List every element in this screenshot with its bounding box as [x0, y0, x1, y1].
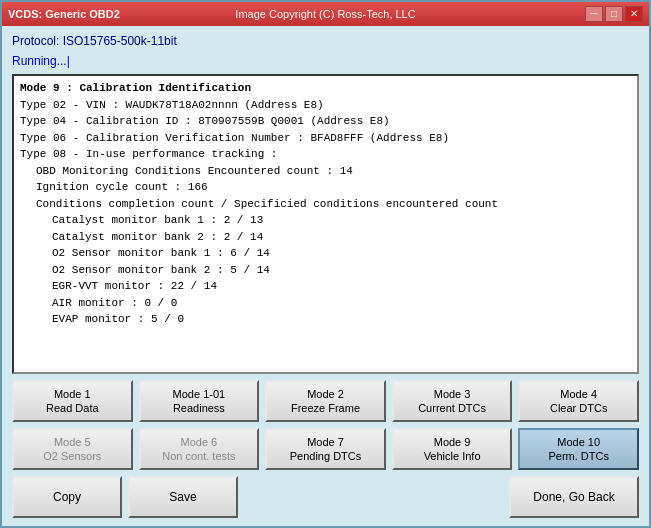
mode-button-mode6: Mode 6Non cont. tests	[139, 428, 260, 470]
main-window: VCDS: Generic OBD2 Image Copyright (C) R…	[0, 0, 651, 528]
output-line: O2 Sensor monitor bank 2 : 5 / 14	[52, 262, 631, 279]
action-left: Copy Save	[12, 476, 238, 518]
maximize-button[interactable]: □	[605, 6, 623, 22]
output-line: Ignition cycle count : 166	[36, 179, 631, 196]
output-line: AIR monitor : 0 / 0	[52, 295, 631, 312]
action-row: Copy Save Done, Go Back	[12, 476, 639, 518]
mode-button-mode1[interactable]: Mode 1Read Data	[12, 380, 133, 422]
output-line: Mode 9 : Calibration Identification	[20, 80, 631, 97]
mode-button-mode10[interactable]: Mode 10Perm. DTCs	[518, 428, 639, 470]
window-controls: ─ □ ✕	[585, 6, 643, 22]
title-bar: VCDS: Generic OBD2 Image Copyright (C) R…	[2, 2, 649, 26]
done-button[interactable]: Done, Go Back	[509, 476, 639, 518]
close-button[interactable]: ✕	[625, 6, 643, 22]
mode-button-mode4[interactable]: Mode 4Clear DTCs	[518, 380, 639, 422]
output-area: Mode 9 : Calibration IdentificationType …	[12, 74, 639, 374]
minimize-button[interactable]: ─	[585, 6, 603, 22]
output-line: O2 Sensor monitor bank 1 : 6 / 14	[52, 245, 631, 262]
mode-button-mode9[interactable]: Mode 9Vehicle Info	[392, 428, 513, 470]
protocol-label: Protocol: ISO15765-500k-11bit	[12, 34, 639, 48]
output-line: Type 04 - Calibration ID : 8T0907559B Q0…	[20, 113, 631, 130]
output-line: OBD Monitoring Conditions Encountered co…	[36, 163, 631, 180]
output-line: Catalyst monitor bank 1 : 2 / 13	[52, 212, 631, 229]
save-button[interactable]: Save	[128, 476, 238, 518]
output-line: Type 06 - Calibration Verification Numbe…	[20, 130, 631, 147]
mode-buttons-row1: Mode 1Read DataMode 1-01ReadinessMode 2F…	[12, 380, 639, 422]
content-area: Protocol: ISO15765-500k-11bit Running...…	[2, 26, 649, 526]
mode-button-mode1-01[interactable]: Mode 1-01Readiness	[139, 380, 260, 422]
running-label: Running...|	[12, 54, 639, 68]
output-line: Catalyst monitor bank 2 : 2 / 14	[52, 229, 631, 246]
output-line: Type 02 - VIN : WAUDK78T18A02nnnn (Addre…	[20, 97, 631, 114]
output-line: Type 08 - In-use performance tracking :	[20, 146, 631, 163]
title-center: Image Copyright (C) Ross-Tech, LLC	[235, 8, 415, 20]
output-line: Conditions completion count / Specificie…	[36, 196, 631, 213]
copy-button[interactable]: Copy	[12, 476, 122, 518]
output-line: EGR-VVT monitor : 22 / 14	[52, 278, 631, 295]
title-left: VCDS: Generic OBD2	[8, 8, 120, 20]
output-line: EVAP monitor : 5 / 0	[52, 311, 631, 328]
mode-button-mode2[interactable]: Mode 2Freeze Frame	[265, 380, 386, 422]
buttons-section: Mode 1Read DataMode 1-01ReadinessMode 2F…	[12, 380, 639, 470]
output-text: Mode 9 : Calibration IdentificationType …	[14, 76, 637, 372]
mode-button-mode5: Mode 5O2 Sensors	[12, 428, 133, 470]
mode-button-mode7[interactable]: Mode 7Pending DTCs	[265, 428, 386, 470]
mode-button-mode3[interactable]: Mode 3Current DTCs	[392, 380, 513, 422]
mode-buttons-row2: Mode 5O2 SensorsMode 6Non cont. testsMod…	[12, 428, 639, 470]
